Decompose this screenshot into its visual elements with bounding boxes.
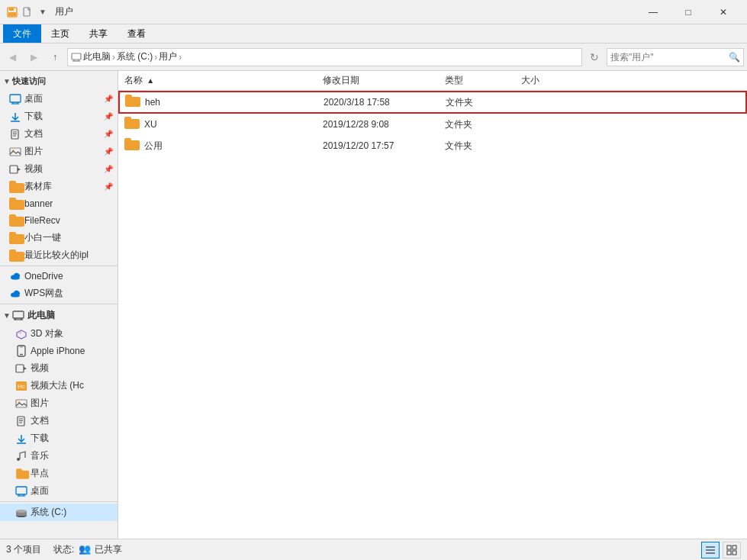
status-bar: 3 个项目 状态: 👥 已共享 bbox=[0, 539, 747, 560]
sidebar-item-music[interactable]: 音乐 bbox=[0, 447, 118, 465]
sidebar-item-pc-videos[interactable]: 视频 bbox=[0, 359, 118, 377]
pictures-icon bbox=[9, 146, 21, 158]
file-row-xu[interactable]: XU 2019/12/28 9:08 文件夹 bbox=[118, 114, 747, 135]
banner-folder-icon bbox=[9, 198, 21, 210]
maximize-button[interactable]: □ bbox=[671, 0, 706, 24]
svg-text:Hc: Hc bbox=[18, 383, 25, 390]
svg-marker-20 bbox=[18, 168, 21, 171]
col-header-type[interactable]: 类型 bbox=[445, 74, 521, 87]
this-pc-header[interactable]: ▼ 此电脑 bbox=[0, 306, 118, 325]
download-icon bbox=[9, 111, 21, 123]
svg-rect-53 bbox=[727, 546, 731, 549]
wps-label: WPS网盘 bbox=[24, 287, 63, 300]
folder-icon-gongyong bbox=[124, 138, 140, 153]
col-header-date[interactable]: 修改日期 bbox=[323, 74, 445, 87]
ipl-label: 最近比较火的ipl bbox=[24, 249, 89, 262]
desktop-icon bbox=[9, 93, 21, 105]
pc-icon-header bbox=[12, 311, 24, 321]
music-label: 音乐 bbox=[31, 449, 49, 462]
c-drive-label: 系统 (C:) bbox=[31, 506, 66, 519]
divider-3 bbox=[0, 501, 118, 502]
desktop-label: 桌面 bbox=[24, 92, 43, 105]
address-bar: ◀ ▶ ↑ 此电脑 › 系统 (C:) › 用户 › ↻ 🔍 bbox=[0, 43, 747, 71]
filerecv-folder-icon bbox=[9, 214, 21, 227]
sidebar-item-xiaobai[interactable]: 小白一键 bbox=[0, 229, 118, 246]
address-path[interactable]: 此电脑 › 系统 (C:) › 用户 › bbox=[67, 48, 582, 66]
zaodian-icon bbox=[15, 468, 27, 480]
sidebar-item-onedrive[interactable]: OneDrive bbox=[0, 268, 118, 285]
sidebar-item-downloads[interactable]: 下载 📌 bbox=[0, 108, 118, 125]
this-pc-label: 此电脑 bbox=[27, 309, 55, 322]
tab-view[interactable]: 查看 bbox=[118, 24, 156, 43]
svg-point-49 bbox=[16, 510, 27, 513]
sidebar-item-pc-documents[interactable]: 文档 bbox=[0, 412, 118, 430]
sidebar-item-documents[interactable]: 文档 📌 bbox=[0, 125, 118, 143]
forward-button[interactable]: ▶ bbox=[24, 48, 43, 66]
search-box[interactable]: 🔍 bbox=[607, 48, 744, 66]
window-title: 用户 bbox=[55, 5, 636, 18]
sidebar-item-c-drive[interactable]: 系统 (C:) bbox=[0, 504, 118, 521]
pin-icon-pics: 📌 bbox=[104, 147, 113, 156]
search-input[interactable] bbox=[610, 52, 729, 63]
svg-rect-36 bbox=[16, 400, 27, 407]
ipl-folder-icon bbox=[9, 249, 21, 262]
refresh-button[interactable]: ↻ bbox=[585, 48, 604, 66]
col-header-size[interactable]: 大小 bbox=[521, 74, 741, 87]
file-name-xu: XU bbox=[144, 119, 157, 130]
pin-icon-desktop: 📌 bbox=[104, 95, 113, 103]
file-row-heh[interactable]: heh 2020/3/18 17:58 文件夹 bbox=[118, 91, 747, 114]
svg-point-22 bbox=[11, 294, 20, 297]
file-icon-title[interactable] bbox=[21, 6, 34, 18]
pc-desktop-icon bbox=[15, 485, 27, 497]
up-button[interactable]: ↑ bbox=[46, 48, 64, 66]
quick-access-header[interactable]: ▼ 快速访问 bbox=[0, 72, 118, 90]
pc-videos-label: 视频 bbox=[31, 362, 49, 375]
minimize-button[interactable]: — bbox=[636, 0, 671, 24]
sucaiku-label: 素材库 bbox=[24, 180, 52, 193]
sidebar-item-wps[interactable]: WPS网盘 bbox=[0, 285, 118, 302]
svg-rect-43 bbox=[16, 487, 27, 494]
sidebar-item-pictures[interactable]: 图片 📌 bbox=[0, 143, 118, 160]
sidebar-item-banner[interactable]: banner bbox=[0, 195, 118, 212]
close-button[interactable]: ✕ bbox=[706, 0, 741, 24]
sidebar-item-hc[interactable]: Hc 视频大法 (Hc bbox=[0, 377, 118, 394]
sidebar-item-pc-pictures[interactable]: 图片 bbox=[0, 394, 118, 412]
sidebar-item-pc-desktop[interactable]: 桌面 bbox=[0, 482, 118, 500]
sidebar-item-iphone[interactable]: Apple iPhone bbox=[0, 343, 118, 359]
pc-documents-label: 文档 bbox=[31, 414, 49, 427]
pin-icon-sucaiku: 📌 bbox=[104, 182, 113, 191]
sidebar-item-3d[interactable]: 3D 对象 bbox=[0, 325, 118, 343]
documents-icon bbox=[9, 128, 21, 140]
tab-file[interactable]: 文件 bbox=[3, 24, 41, 43]
svg-rect-55 bbox=[727, 551, 731, 555]
svg-rect-1 bbox=[9, 8, 14, 11]
title-bar: ▼ 用户 — □ ✕ bbox=[0, 0, 747, 24]
sidebar-item-recent-ipl[interactable]: 最近比较火的ipl bbox=[0, 246, 118, 264]
onedrive-label: OneDrive bbox=[24, 271, 63, 282]
back-button[interactable]: ◀ bbox=[3, 48, 21, 66]
sidebar-item-filerecv[interactable]: FileRecv bbox=[0, 212, 118, 229]
music-icon bbox=[15, 450, 27, 462]
col-header-name[interactable]: 名称 ▲ bbox=[124, 74, 323, 87]
quick-save-icon[interactable] bbox=[6, 6, 18, 18]
status-label: 状态: 👥 已共享 bbox=[53, 543, 122, 556]
pc-videos-icon bbox=[15, 362, 27, 375]
file-type-xu: 文件夹 bbox=[445, 118, 521, 131]
file-row-gongyong[interactable]: 公用 2019/12/20 17:57 文件夹 bbox=[118, 135, 747, 156]
sidebar-item-videos[interactable]: 视频 📌 bbox=[0, 160, 118, 178]
tab-share[interactable]: 共享 bbox=[79, 24, 118, 43]
pc-desktop-label: 桌面 bbox=[31, 484, 49, 497]
divider-1 bbox=[0, 266, 118, 266]
sidebar-item-pc-downloads[interactable]: 下载 bbox=[0, 430, 118, 447]
detail-view-button[interactable] bbox=[701, 542, 720, 558]
documents-label: 文档 bbox=[24, 127, 43, 140]
sidebar-item-desktop[interactable]: 桌面 📌 bbox=[0, 90, 118, 108]
sidebar-item-zaodian[interactable]: 早点 bbox=[0, 465, 118, 482]
down-arrow-icon[interactable]: ▼ bbox=[37, 6, 49, 18]
sidebar-item-sucaiku[interactable]: 素材库 📌 bbox=[0, 178, 118, 195]
pin-icon-downloads: 📌 bbox=[104, 112, 113, 121]
tab-home[interactable]: 主页 bbox=[41, 24, 79, 43]
icon-view-button[interactable] bbox=[723, 542, 741, 558]
3d-label: 3D 对象 bbox=[31, 327, 63, 340]
path-users: 用户 bbox=[159, 50, 177, 63]
